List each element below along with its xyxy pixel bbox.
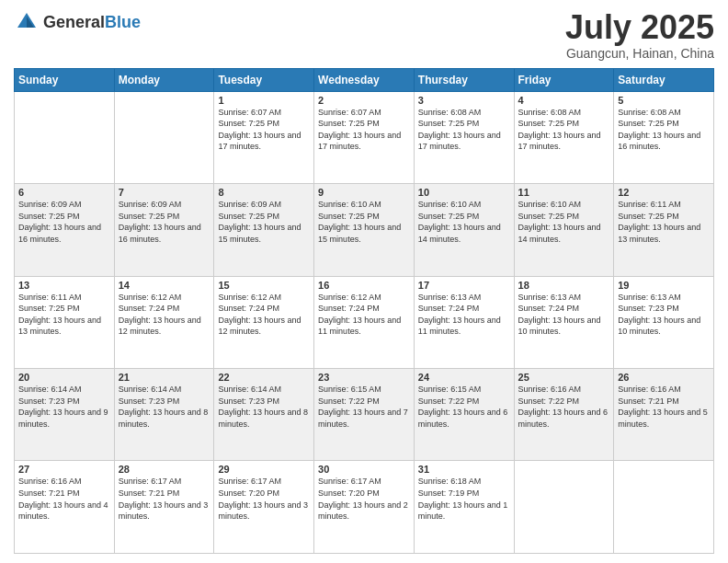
day-number: 5 (618, 95, 710, 106)
day-number: 17 (418, 280, 510, 291)
calendar-cell: 20Sunrise: 6:14 AMSunset: 7:23 PMDayligh… (15, 369, 115, 461)
weekday-header-row: SundayMondayTuesdayWednesdayThursdayFrid… (15, 68, 714, 91)
calendar-cell: 17Sunrise: 6:13 AMSunset: 7:24 PMDayligh… (414, 276, 514, 368)
calendar-cell: 27Sunrise: 6:16 AMSunset: 7:21 PMDayligh… (15, 461, 115, 554)
day-info: Sunrise: 6:15 AMSunset: 7:22 PMDaylight:… (418, 384, 510, 430)
day-number: 31 (418, 464, 510, 475)
calendar-cell: 4Sunrise: 6:08 AMSunset: 7:25 PMDaylight… (514, 91, 614, 183)
calendar-cell: 26Sunrise: 6:16 AMSunset: 7:21 PMDayligh… (614, 369, 714, 461)
day-info: Sunrise: 6:13 AMSunset: 7:24 PMDaylight:… (418, 292, 510, 338)
logo-icon (14, 9, 40, 35)
day-number: 14 (119, 280, 210, 291)
day-number: 10 (418, 187, 510, 198)
month-title: July 2025 (565, 9, 714, 46)
day-info: Sunrise: 6:12 AMSunset: 7:24 PMDaylight:… (119, 292, 210, 338)
calendar-cell: 11Sunrise: 6:10 AMSunset: 7:25 PMDayligh… (514, 184, 614, 276)
day-info: Sunrise: 6:10 AMSunset: 7:25 PMDaylight:… (518, 199, 610, 245)
calendar-row-2: 13Sunrise: 6:11 AMSunset: 7:25 PMDayligh… (15, 276, 714, 368)
day-number: 23 (318, 372, 410, 383)
day-number: 15 (218, 280, 310, 291)
day-number: 24 (418, 372, 510, 383)
day-info: Sunrise: 6:11 AMSunset: 7:25 PMDaylight:… (18, 292, 110, 338)
day-number: 20 (18, 372, 110, 383)
calendar-cell: 25Sunrise: 6:16 AMSunset: 7:22 PMDayligh… (514, 369, 614, 461)
day-info: Sunrise: 6:16 AMSunset: 7:22 PMDaylight:… (518, 384, 610, 430)
day-number: 6 (18, 187, 110, 198)
day-number: 13 (18, 280, 110, 291)
calendar-cell: 19Sunrise: 6:13 AMSunset: 7:23 PMDayligh… (614, 276, 714, 368)
day-number: 21 (119, 372, 210, 383)
day-info: Sunrise: 6:12 AMSunset: 7:24 PMDaylight:… (218, 292, 310, 338)
day-number: 3 (418, 95, 510, 106)
calendar-cell: 13Sunrise: 6:11 AMSunset: 7:25 PMDayligh… (15, 276, 115, 368)
calendar-cell: 16Sunrise: 6:12 AMSunset: 7:24 PMDayligh… (314, 276, 415, 368)
logo-general: General (43, 14, 105, 30)
calendar-cell: 31Sunrise: 6:18 AMSunset: 7:19 PMDayligh… (414, 461, 514, 554)
day-info: Sunrise: 6:09 AMSunset: 7:25 PMDaylight:… (119, 199, 210, 245)
day-number: 22 (218, 372, 310, 383)
calendar-cell: 14Sunrise: 6:12 AMSunset: 7:24 PMDayligh… (114, 276, 214, 368)
day-info: Sunrise: 6:14 AMSunset: 7:23 PMDaylight:… (18, 384, 110, 430)
calendar-cell: 29Sunrise: 6:17 AMSunset: 7:20 PMDayligh… (214, 461, 314, 554)
logo: General Blue (14, 9, 141, 35)
calendar-cell: 6Sunrise: 6:09 AMSunset: 7:25 PMDaylight… (15, 184, 115, 276)
day-number: 2 (318, 95, 410, 106)
day-info: Sunrise: 6:10 AMSunset: 7:25 PMDaylight:… (418, 199, 510, 245)
day-info: Sunrise: 6:13 AMSunset: 7:23 PMDaylight:… (618, 292, 710, 338)
day-info: Sunrise: 6:11 AMSunset: 7:25 PMDaylight:… (618, 199, 710, 245)
calendar-cell: 3Sunrise: 6:08 AMSunset: 7:25 PMDaylight… (414, 91, 514, 183)
calendar-cell: 28Sunrise: 6:17 AMSunset: 7:21 PMDayligh… (114, 461, 214, 554)
day-number: 9 (318, 187, 410, 198)
day-info: Sunrise: 6:16 AMSunset: 7:21 PMDaylight:… (18, 476, 110, 522)
calendar-cell (614, 461, 714, 554)
weekday-header-friday: Friday (514, 68, 614, 91)
day-info: Sunrise: 6:17 AMSunset: 7:21 PMDaylight:… (119, 476, 210, 522)
calendar-cell: 21Sunrise: 6:14 AMSunset: 7:23 PMDayligh… (114, 369, 214, 461)
calendar-cell: 10Sunrise: 6:10 AMSunset: 7:25 PMDayligh… (414, 184, 514, 276)
day-info: Sunrise: 6:07 AMSunset: 7:25 PMDaylight:… (318, 107, 410, 153)
calendar-cell: 23Sunrise: 6:15 AMSunset: 7:22 PMDayligh… (314, 369, 415, 461)
calendar-cell: 30Sunrise: 6:17 AMSunset: 7:20 PMDayligh… (314, 461, 415, 554)
day-info: Sunrise: 6:10 AMSunset: 7:25 PMDaylight:… (318, 199, 410, 245)
title-block: July 2025 Guangcun, Hainan, China (565, 9, 714, 61)
weekday-header-saturday: Saturday (614, 68, 714, 91)
day-number: 29 (218, 464, 310, 475)
calendar-cell: 15Sunrise: 6:12 AMSunset: 7:24 PMDayligh… (214, 276, 314, 368)
calendar-cell: 12Sunrise: 6:11 AMSunset: 7:25 PMDayligh… (614, 184, 714, 276)
day-number: 18 (518, 280, 610, 291)
calendar-cell: 5Sunrise: 6:08 AMSunset: 7:25 PMDaylight… (614, 91, 714, 183)
day-number: 28 (119, 464, 210, 475)
day-info: Sunrise: 6:09 AMSunset: 7:25 PMDaylight:… (218, 199, 310, 245)
day-number: 1 (218, 95, 310, 106)
calendar-cell (15, 91, 115, 183)
day-number: 26 (618, 372, 710, 383)
calendar-cell (114, 91, 214, 183)
calendar-row-1: 6Sunrise: 6:09 AMSunset: 7:25 PMDaylight… (15, 184, 714, 276)
calendar-row-0: 1Sunrise: 6:07 AMSunset: 7:25 PMDaylight… (15, 91, 714, 183)
weekday-header-tuesday: Tuesday (214, 68, 314, 91)
calendar-cell (514, 461, 614, 554)
day-info: Sunrise: 6:14 AMSunset: 7:23 PMDaylight:… (119, 384, 210, 430)
day-info: Sunrise: 6:16 AMSunset: 7:21 PMDaylight:… (618, 384, 710, 430)
weekday-header-monday: Monday (114, 68, 214, 91)
calendar-cell: 1Sunrise: 6:07 AMSunset: 7:25 PMDaylight… (214, 91, 314, 183)
location-subtitle: Guangcun, Hainan, China (565, 46, 714, 61)
calendar-cell: 2Sunrise: 6:07 AMSunset: 7:25 PMDaylight… (314, 91, 415, 183)
weekday-header-wednesday: Wednesday (314, 68, 415, 91)
calendar-cell: 8Sunrise: 6:09 AMSunset: 7:25 PMDaylight… (214, 184, 314, 276)
day-number: 12 (618, 187, 710, 198)
day-number: 11 (518, 187, 610, 198)
day-number: 19 (618, 280, 710, 291)
day-info: Sunrise: 6:09 AMSunset: 7:25 PMDaylight:… (18, 199, 110, 245)
day-info: Sunrise: 6:08 AMSunset: 7:25 PMDaylight:… (518, 107, 610, 153)
day-info: Sunrise: 6:07 AMSunset: 7:25 PMDaylight:… (218, 107, 310, 153)
day-number: 25 (518, 372, 610, 383)
calendar-row-4: 27Sunrise: 6:16 AMSunset: 7:21 PMDayligh… (15, 461, 714, 554)
calendar-cell: 18Sunrise: 6:13 AMSunset: 7:24 PMDayligh… (514, 276, 614, 368)
calendar-cell: 9Sunrise: 6:10 AMSunset: 7:25 PMDaylight… (314, 184, 415, 276)
page-header: General Blue July 2025 Guangcun, Hainan,… (14, 9, 714, 61)
calendar-cell: 24Sunrise: 6:15 AMSunset: 7:22 PMDayligh… (414, 369, 514, 461)
day-info: Sunrise: 6:12 AMSunset: 7:24 PMDaylight:… (318, 292, 410, 338)
calendar-table: SundayMondayTuesdayWednesdayThursdayFrid… (14, 68, 714, 554)
day-number: 27 (18, 464, 110, 475)
